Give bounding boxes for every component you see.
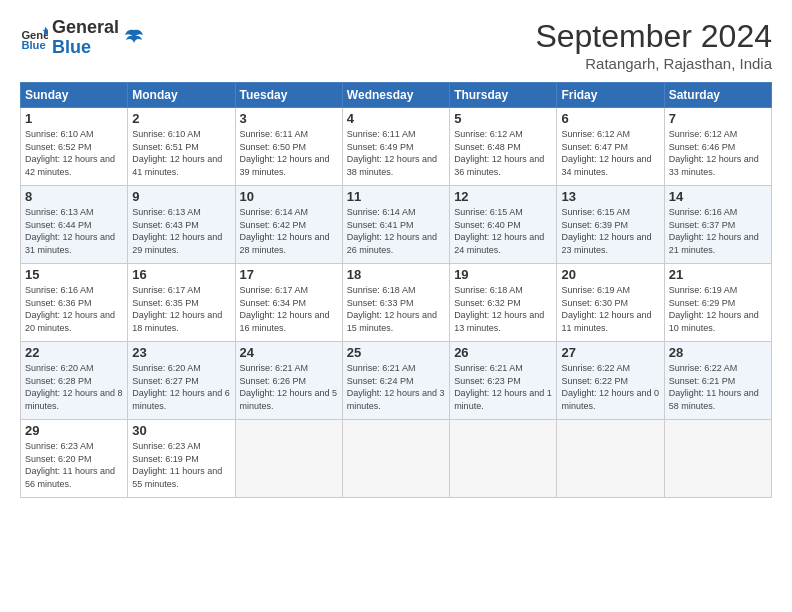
day-info: Sunrise: 6:13 AMSunset: 6:43 PMDaylight:…	[132, 206, 230, 256]
day-cell: 10 Sunrise: 6:14 AMSunset: 6:42 PMDaylig…	[235, 186, 342, 264]
header-cell-sunday: Sunday	[21, 83, 128, 108]
day-cell: 5 Sunrise: 6:12 AMSunset: 6:48 PMDayligh…	[450, 108, 557, 186]
header-cell-wednesday: Wednesday	[342, 83, 449, 108]
day-cell	[450, 420, 557, 498]
day-number: 28	[669, 345, 767, 360]
day-info: Sunrise: 6:10 AMSunset: 6:52 PMDaylight:…	[25, 128, 123, 178]
day-number: 13	[561, 189, 659, 204]
day-cell	[235, 420, 342, 498]
day-cell: 23 Sunrise: 6:20 AMSunset: 6:27 PMDaylig…	[128, 342, 235, 420]
logo-general: General	[52, 18, 119, 38]
day-cell: 14 Sunrise: 6:16 AMSunset: 6:37 PMDaylig…	[664, 186, 771, 264]
day-number: 19	[454, 267, 552, 282]
day-number: 23	[132, 345, 230, 360]
day-info: Sunrise: 6:12 AMSunset: 6:46 PMDaylight:…	[669, 128, 767, 178]
day-cell: 26 Sunrise: 6:21 AMSunset: 6:23 PMDaylig…	[450, 342, 557, 420]
day-number: 2	[132, 111, 230, 126]
day-number: 16	[132, 267, 230, 282]
day-number: 3	[240, 111, 338, 126]
week-row-5: 29 Sunrise: 6:23 AMSunset: 6:20 PMDaylig…	[21, 420, 772, 498]
day-cell: 8 Sunrise: 6:13 AMSunset: 6:44 PMDayligh…	[21, 186, 128, 264]
day-cell: 7 Sunrise: 6:12 AMSunset: 6:46 PMDayligh…	[664, 108, 771, 186]
week-row-1: 1 Sunrise: 6:10 AMSunset: 6:52 PMDayligh…	[21, 108, 772, 186]
day-number: 26	[454, 345, 552, 360]
day-info: Sunrise: 6:11 AMSunset: 6:49 PMDaylight:…	[347, 128, 445, 178]
day-info: Sunrise: 6:15 AMSunset: 6:40 PMDaylight:…	[454, 206, 552, 256]
day-number: 10	[240, 189, 338, 204]
day-number: 21	[669, 267, 767, 282]
day-info: Sunrise: 6:10 AMSunset: 6:51 PMDaylight:…	[132, 128, 230, 178]
day-cell: 13 Sunrise: 6:15 AMSunset: 6:39 PMDaylig…	[557, 186, 664, 264]
day-number: 24	[240, 345, 338, 360]
day-info: Sunrise: 6:22 AMSunset: 6:21 PMDaylight:…	[669, 362, 767, 412]
day-info: Sunrise: 6:20 AMSunset: 6:28 PMDaylight:…	[25, 362, 123, 412]
calendar-table: SundayMondayTuesdayWednesdayThursdayFrid…	[20, 82, 772, 498]
title-block: September 2024 Ratangarh, Rajasthan, Ind…	[535, 18, 772, 72]
day-cell	[664, 420, 771, 498]
header-cell-saturday: Saturday	[664, 83, 771, 108]
header-cell-friday: Friday	[557, 83, 664, 108]
day-number: 9	[132, 189, 230, 204]
day-number: 8	[25, 189, 123, 204]
day-cell	[557, 420, 664, 498]
svg-text:Blue: Blue	[21, 39, 45, 51]
day-cell: 6 Sunrise: 6:12 AMSunset: 6:47 PMDayligh…	[557, 108, 664, 186]
day-cell: 3 Sunrise: 6:11 AMSunset: 6:50 PMDayligh…	[235, 108, 342, 186]
day-cell: 4 Sunrise: 6:11 AMSunset: 6:49 PMDayligh…	[342, 108, 449, 186]
day-number: 29	[25, 423, 123, 438]
day-number: 18	[347, 267, 445, 282]
day-info: Sunrise: 6:17 AMSunset: 6:34 PMDaylight:…	[240, 284, 338, 334]
day-cell: 29 Sunrise: 6:23 AMSunset: 6:20 PMDaylig…	[21, 420, 128, 498]
day-info: Sunrise: 6:17 AMSunset: 6:35 PMDaylight:…	[132, 284, 230, 334]
month-title: September 2024	[535, 18, 772, 55]
day-cell: 11 Sunrise: 6:14 AMSunset: 6:41 PMDaylig…	[342, 186, 449, 264]
day-number: 5	[454, 111, 552, 126]
logo-bird-icon	[123, 27, 145, 49]
day-cell: 12 Sunrise: 6:15 AMSunset: 6:40 PMDaylig…	[450, 186, 557, 264]
subtitle: Ratangarh, Rajasthan, India	[535, 55, 772, 72]
day-cell: 28 Sunrise: 6:22 AMSunset: 6:21 PMDaylig…	[664, 342, 771, 420]
day-cell: 9 Sunrise: 6:13 AMSunset: 6:43 PMDayligh…	[128, 186, 235, 264]
day-cell: 24 Sunrise: 6:21 AMSunset: 6:26 PMDaylig…	[235, 342, 342, 420]
header-cell-monday: Monday	[128, 83, 235, 108]
day-number: 12	[454, 189, 552, 204]
day-cell: 27 Sunrise: 6:22 AMSunset: 6:22 PMDaylig…	[557, 342, 664, 420]
header: General Blue General Blue September 2024…	[20, 18, 772, 72]
week-row-3: 15 Sunrise: 6:16 AMSunset: 6:36 PMDaylig…	[21, 264, 772, 342]
day-cell: 30 Sunrise: 6:23 AMSunset: 6:19 PMDaylig…	[128, 420, 235, 498]
day-number: 30	[132, 423, 230, 438]
day-cell	[342, 420, 449, 498]
day-info: Sunrise: 6:22 AMSunset: 6:22 PMDaylight:…	[561, 362, 659, 412]
day-cell: 19 Sunrise: 6:18 AMSunset: 6:32 PMDaylig…	[450, 264, 557, 342]
day-number: 17	[240, 267, 338, 282]
day-info: Sunrise: 6:19 AMSunset: 6:30 PMDaylight:…	[561, 284, 659, 334]
day-number: 4	[347, 111, 445, 126]
day-cell: 1 Sunrise: 6:10 AMSunset: 6:52 PMDayligh…	[21, 108, 128, 186]
day-info: Sunrise: 6:18 AMSunset: 6:32 PMDaylight:…	[454, 284, 552, 334]
day-info: Sunrise: 6:11 AMSunset: 6:50 PMDaylight:…	[240, 128, 338, 178]
day-info: Sunrise: 6:12 AMSunset: 6:48 PMDaylight:…	[454, 128, 552, 178]
day-info: Sunrise: 6:21 AMSunset: 6:24 PMDaylight:…	[347, 362, 445, 412]
day-number: 27	[561, 345, 659, 360]
day-cell: 2 Sunrise: 6:10 AMSunset: 6:51 PMDayligh…	[128, 108, 235, 186]
header-cell-tuesday: Tuesday	[235, 83, 342, 108]
day-number: 6	[561, 111, 659, 126]
day-info: Sunrise: 6:21 AMSunset: 6:23 PMDaylight:…	[454, 362, 552, 412]
day-cell: 22 Sunrise: 6:20 AMSunset: 6:28 PMDaylig…	[21, 342, 128, 420]
day-info: Sunrise: 6:23 AMSunset: 6:19 PMDaylight:…	[132, 440, 230, 490]
header-row: SundayMondayTuesdayWednesdayThursdayFrid…	[21, 83, 772, 108]
day-number: 7	[669, 111, 767, 126]
day-info: Sunrise: 6:12 AMSunset: 6:47 PMDaylight:…	[561, 128, 659, 178]
day-info: Sunrise: 6:20 AMSunset: 6:27 PMDaylight:…	[132, 362, 230, 412]
day-cell: 16 Sunrise: 6:17 AMSunset: 6:35 PMDaylig…	[128, 264, 235, 342]
day-number: 25	[347, 345, 445, 360]
day-info: Sunrise: 6:14 AMSunset: 6:41 PMDaylight:…	[347, 206, 445, 256]
logo: General Blue General Blue	[20, 18, 145, 58]
day-info: Sunrise: 6:15 AMSunset: 6:39 PMDaylight:…	[561, 206, 659, 256]
day-info: Sunrise: 6:16 AMSunset: 6:36 PMDaylight:…	[25, 284, 123, 334]
day-cell: 15 Sunrise: 6:16 AMSunset: 6:36 PMDaylig…	[21, 264, 128, 342]
day-cell: 20 Sunrise: 6:19 AMSunset: 6:30 PMDaylig…	[557, 264, 664, 342]
day-cell: 18 Sunrise: 6:18 AMSunset: 6:33 PMDaylig…	[342, 264, 449, 342]
day-info: Sunrise: 6:18 AMSunset: 6:33 PMDaylight:…	[347, 284, 445, 334]
week-row-2: 8 Sunrise: 6:13 AMSunset: 6:44 PMDayligh…	[21, 186, 772, 264]
